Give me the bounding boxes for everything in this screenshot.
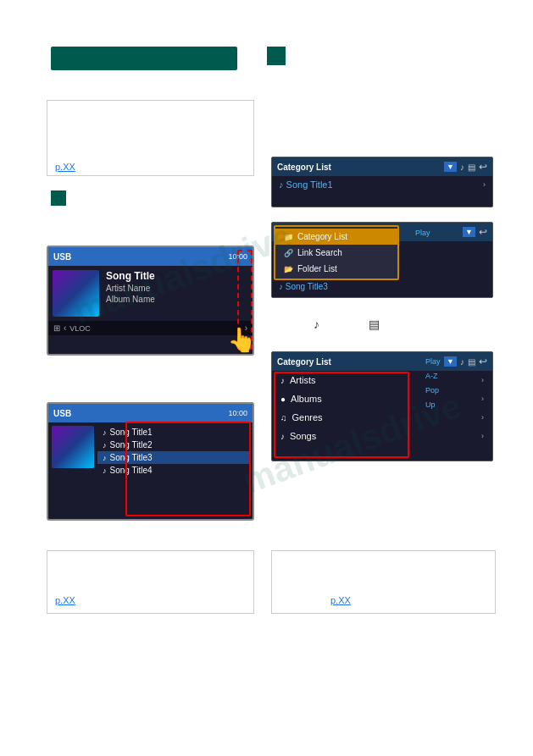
song-info-1: Song Title Artist Name Album Name <box>106 270 155 304</box>
usb-bottom-1: ⊞ ‹ VLOC › <box>48 321 253 335</box>
song-list-red-highlight <box>125 422 251 516</box>
cat-play-label[interactable]: Play <box>415 229 430 237</box>
cat-header-icons-1: ▼ ♪ ▤ ↩ <box>444 161 487 173</box>
usb-nav-left[interactable]: ‹ <box>64 323 66 333</box>
usb-screen-1: USB 10:00 Song Title Artist Name Album N… <box>47 246 254 356</box>
cat-menu-item-category[interactable]: 📁 Category List <box>275 229 397 245</box>
cat-header-icons-2: ▼ ↩ <box>463 226 487 238</box>
cat-ctrl-az[interactable]: A-Z <box>422 370 490 382</box>
usb-header-2: USB 10:00 <box>48 404 253 422</box>
small-square-left <box>51 190 66 206</box>
cat-dropdown-btn-1[interactable]: ▼ <box>444 162 457 172</box>
album-art-2 <box>52 426 94 468</box>
cat-menu-item-folder[interactable]: 📂 Folder List <box>275 261 397 277</box>
note-icon-2: ♪ <box>103 441 107 450</box>
cat-list-icon-1: ▤ <box>468 163 475 172</box>
grid-icon-1: ⊞ <box>53 323 60 333</box>
album-name-1: Album Name <box>106 295 155 304</box>
textbox-bottom-left-link[interactable]: p.XX <box>55 595 75 605</box>
usb-label-2: USB <box>53 409 71 418</box>
list-mid-icon: ▤ <box>369 317 380 331</box>
song-title-1: Song Title <box>106 270 155 282</box>
textbox-left-1-link[interactable]: p.XX <box>55 162 75 172</box>
cat-dropdown-btn-2[interactable]: ▼ <box>463 227 475 237</box>
cat-chevron-1: › <box>483 180 486 189</box>
cat-menu-folder-icon: 📁 <box>284 233 293 241</box>
genres-chevron: › <box>481 413 484 422</box>
cat-music-icon-1: ♪ <box>460 163 464 172</box>
cat-song-title-1: ♪ Song Title1 <box>279 179 333 190</box>
cat-screen-1: Category List ▼ ♪ ▤ ↩ ♪ Song Title1 › <box>271 157 493 207</box>
cat-menu-label-1: Category List <box>297 232 347 241</box>
usb-label-1: USB <box>53 252 71 262</box>
cat-song-row-1: ♪ Song Title1 › <box>272 176 492 193</box>
textbox-left-1 <box>47 100 254 176</box>
textbox-bottom-right-link1[interactable]: p.XX <box>330 595 351 605</box>
cat-title-1: Category List <box>277 163 331 172</box>
album-art-1 <box>53 270 99 317</box>
usb-header-1: USB 10:00 <box>48 247 253 266</box>
cat-ctrl-pop[interactable]: Pop <box>422 384 490 396</box>
note-icon-4: ♪ <box>103 466 107 475</box>
cat-menu-label-2: Link Search <box>297 248 342 257</box>
cat-menu-link-icon: 🔗 <box>284 249 293 257</box>
artist-name-1: Artist Name <box>106 284 155 293</box>
cat-right-controls: Play A-Z Pop Up <box>422 356 490 411</box>
cat-list-red-highlight <box>274 372 409 458</box>
usb-vloc: VLOC <box>69 324 91 333</box>
cat-dropdown-menu: 📁 Category List 🔗 Link Search 📂 Folder L… <box>274 225 399 280</box>
note-icon-3: ♪ <box>103 454 107 462</box>
cat-back-btn-2[interactable]: ↩ <box>479 226 487 238</box>
cat-menu-folder2-icon: 📂 <box>284 265 293 273</box>
textbox-bottom-right <box>271 550 496 614</box>
cat-song-title-3: ♪ Song Title3 <box>274 279 333 294</box>
cat-title-3: Category List <box>277 357 331 367</box>
cat-back-btn-1[interactable]: ↩ <box>479 161 487 173</box>
music-note-mid-icon: ♪ <box>314 317 319 331</box>
cat-menu-label-3: Folder List <box>297 264 337 273</box>
header-bar-left <box>51 47 237 70</box>
usb-content-1: Song Title Artist Name Album Name <box>48 266 253 321</box>
cat-ctrl-play[interactable]: Play <box>422 356 490 367</box>
songs-chevron: › <box>481 432 484 440</box>
usb-time-2: 10:00 <box>228 409 247 417</box>
note-icon-1: ♪ <box>103 428 107 437</box>
textbox-bottom-left <box>47 550 254 614</box>
cat-ctrl-up[interactable]: Up <box>422 399 490 411</box>
cat-header-1: Category List ▼ ♪ ▤ ↩ <box>272 157 492 176</box>
header-square-right <box>267 47 286 65</box>
hand-cursor-icon: 👆 <box>227 326 257 354</box>
cat-menu-item-link[interactable]: 🔗 Link Search <box>275 245 397 261</box>
